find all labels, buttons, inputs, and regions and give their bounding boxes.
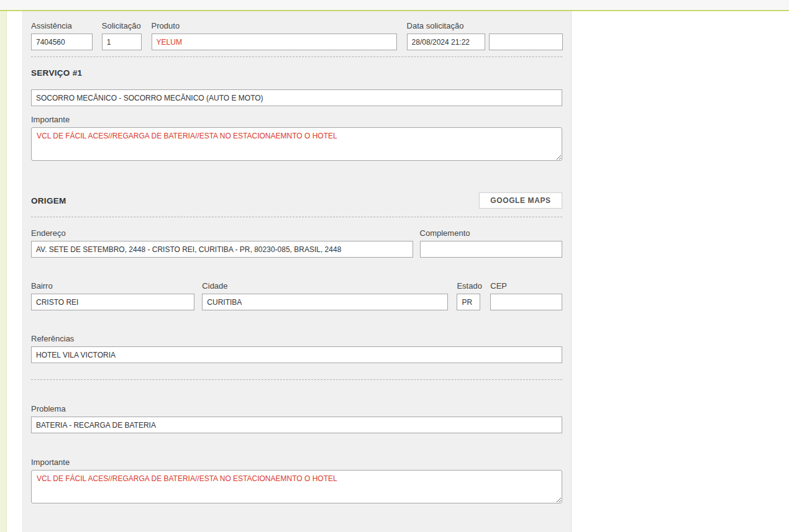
complemento-label: Complemento (420, 228, 562, 238)
origem-importante-group: Importante VCL DE FÁCIL ACES//REGARGA DE… (31, 458, 562, 503)
servico-importante-textarea[interactable]: VCL DE FÁCIL ACES//REGARGA DE BATERIA//E… (31, 127, 562, 161)
solicitacao-field-group: Solicitação (102, 21, 142, 50)
page: Assistência Solicitação Produto Data sol… (0, 0, 789, 532)
data-solicitacao-input[interactable] (407, 34, 485, 50)
cep-field-group: CEP (490, 281, 562, 310)
cidade-input[interactable] (202, 294, 448, 310)
complemento-field-group: Complemento (420, 228, 562, 258)
estado-field-group: Estado (457, 281, 480, 310)
produto-input[interactable] (152, 34, 397, 50)
assistance-form-panel: Assistência Solicitação Produto Data sol… (22, 11, 572, 532)
bairro-row: Bairro Cidade Estado CEP (31, 281, 562, 310)
complemento-input[interactable] (420, 241, 562, 258)
cep-input[interactable] (490, 294, 562, 310)
origem-header-row: ORIGEM GOOGLE MAPS (31, 192, 562, 209)
servico-heading: SERVIÇO #1 (31, 68, 562, 78)
estado-input[interactable] (457, 294, 480, 310)
referencias-input[interactable] (31, 346, 562, 363)
servico-importante-group: Importante VCL DE FÁCIL ACES//REGARGA DE… (31, 115, 562, 161)
assistencia-field-group: Assistência (31, 21, 93, 50)
left-accent-band (0, 11, 7, 532)
bairro-field-group: Bairro (31, 281, 194, 310)
servico-tipo-input[interactable] (31, 89, 562, 106)
referencias-label: Referências (31, 334, 562, 343)
bairro-input[interactable] (31, 294, 194, 310)
data-solicitacao-extra-input[interactable] (489, 34, 563, 50)
form-content: Assistência Solicitação Produto Data sol… (23, 11, 571, 503)
separator (31, 379, 562, 380)
header-fields-row: Assistência Solicitação Produto Data sol… (31, 21, 562, 50)
origem-importante-textarea[interactable]: VCL DE FÁCIL ACES//REGARGA DE BATERIA//E… (31, 470, 562, 503)
problema-field-group: Problema (31, 404, 562, 433)
assistencia-label: Assistência (31, 21, 93, 30)
endereco-row: Endereço Complemento (31, 228, 562, 258)
bairro-label: Bairro (31, 281, 194, 291)
referencias-field-group: Referências (31, 334, 562, 363)
data-solicitacao-field-group: Data solicitação (407, 21, 562, 50)
google-maps-button[interactable]: GOOGLE MAPS (479, 192, 562, 209)
separator (31, 217, 562, 217)
cep-label: CEP (490, 281, 562, 291)
produto-label: Produto (152, 21, 397, 30)
problema-label: Problema (31, 404, 562, 413)
separator (31, 56, 562, 57)
solicitacao-label: Solicitação (102, 21, 142, 30)
endereco-input[interactable] (31, 241, 413, 258)
estado-label: Estado (457, 281, 480, 291)
solicitacao-input[interactable] (102, 34, 142, 50)
data-solicitacao-label: Data solicitação (407, 21, 562, 30)
produto-field-group: Produto (152, 21, 397, 50)
origem-importante-label: Importante (31, 458, 562, 467)
problema-input[interactable] (31, 417, 562, 433)
origem-heading: ORIGEM (31, 196, 66, 205)
top-strip (0, 0, 789, 11)
assistencia-input[interactable] (31, 34, 93, 50)
endereco-label: Endereço (31, 228, 413, 238)
endereco-field-group: Endereço (31, 228, 413, 258)
cidade-field-group: Cidade (202, 281, 448, 310)
cidade-label: Cidade (202, 281, 448, 291)
servico-importante-label: Importante (31, 115, 562, 124)
data-solicitacao-inputs (407, 34, 562, 50)
